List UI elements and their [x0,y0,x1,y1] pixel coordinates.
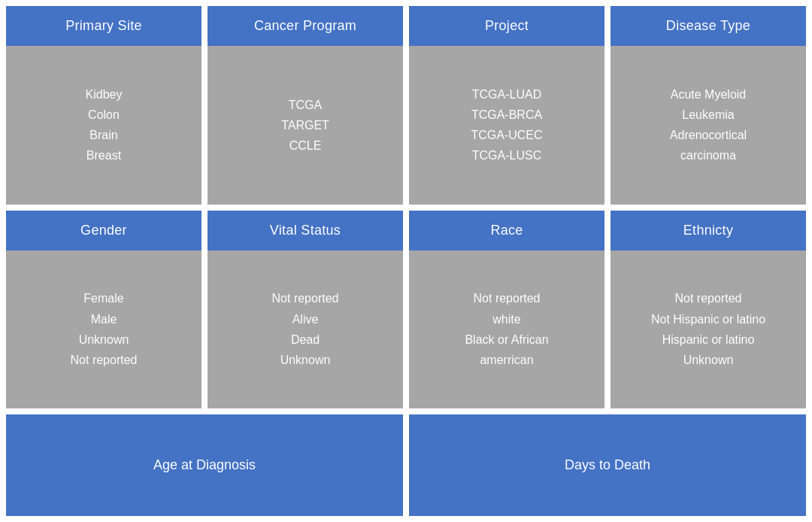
card-header-race: Race [409,211,604,250]
card-primary-site[interactable]: Primary Site Kidbey Colon Brain Breast [6,6,201,205]
days-to-death-bar[interactable]: Days to Death [409,414,806,516]
card-body-cancer-program: TCGA TARGET CCLE [208,46,403,205]
main-grid: Primary Site Kidbey Colon Brain Breast C… [0,0,812,522]
card-header-disease-type: Disease Type [611,6,806,46]
card-body-primary-site: Kidbey Colon Brain Breast [6,46,201,205]
card-header-ethnicty: Ethnicty [611,211,806,250]
card-header-vital-status: Vital Status [208,211,403,250]
card-body-vital-status: Not reported Alive Dead Unknown [208,250,403,409]
card-race[interactable]: Race Not reported white Black or African… [409,211,604,409]
card-body-gender: Female Male Unknown Not reported [6,250,201,409]
card-body-race: Not reported white Black or African amer… [409,250,604,409]
card-gender[interactable]: Gender Female Male Unknown Not reported [6,211,201,409]
card-header-primary-site: Primary Site [6,6,201,46]
card-body-disease-type: Acute Myeloid Leukemia Adrenocortical ca… [611,46,806,205]
card-header-project: Project [409,6,604,46]
card-vital-status[interactable]: Vital Status Not reported Alive Dead Unk… [208,211,403,409]
card-header-cancer-program: Cancer Program [208,6,403,46]
card-project[interactable]: Project TCGA-LUAD TCGA-BRCA TCGA-UCEC TC… [409,6,604,205]
card-header-gender: Gender [6,211,201,250]
card-body-project: TCGA-LUAD TCGA-BRCA TCGA-UCEC TCGA-LUSC [409,46,604,205]
card-cancer-program[interactable]: Cancer Program TCGA TARGET CCLE [208,6,403,205]
card-disease-type[interactable]: Disease Type Acute Myeloid Leukemia Adre… [611,6,806,205]
card-ethnicty[interactable]: Ethnicty Not reported Not Hispanic or la… [611,211,806,409]
age-at-diagnosis-bar[interactable]: Age at Diagnosis [6,414,403,516]
card-body-ethnicty: Not reported Not Hispanic or latino Hisp… [611,250,806,409]
